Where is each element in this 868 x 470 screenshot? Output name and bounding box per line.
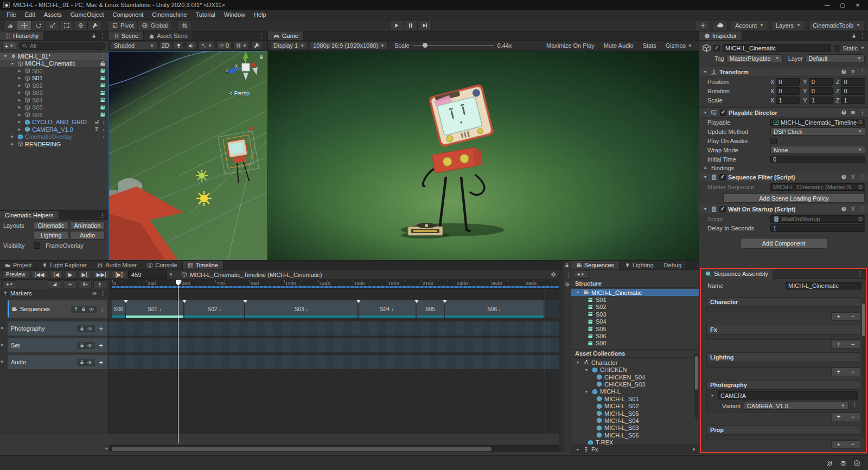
tab-hierarchy[interactable]: Hierarchy [0, 31, 44, 40]
static-checkbox[interactable] [834, 45, 840, 51]
game-stats-button[interactable]: Stats [638, 42, 661, 50]
hierarchy-item-S00[interactable]: ▶S00 [0, 67, 108, 75]
scene-effects-dropdown[interactable]: ▼ [199, 42, 214, 50]
component-enabled-checkbox[interactable] [719, 206, 726, 213]
next-frame-button[interactable]: ▶| [78, 271, 91, 279]
transform-tool-button[interactable] [74, 21, 88, 30]
scale-tool-button[interactable] [46, 21, 60, 30]
tab-project[interactable]: Project [0, 261, 37, 269]
create-object-button[interactable]: +▼ [2, 42, 16, 50]
foldout-open-icon[interactable]: ▼ [575, 360, 581, 364]
foldout-open-icon[interactable]: ▼ [9, 62, 16, 66]
shot-badge-icon[interactable] [100, 82, 106, 88]
component-menu-icon[interactable]: ⋮ [859, 109, 865, 116]
add-subtrack-button[interactable]: + [98, 325, 104, 333]
director-badge-icon[interactable] [100, 61, 106, 67]
assembly-item-camera[interactable]: CAMERA [718, 391, 858, 400]
clip-S05[interactable]: S05 [417, 300, 445, 318]
collab-layers-icon[interactable] [840, 460, 847, 467]
timeline-track-content[interactable]: S00S01 ↓S02 ↓S03 ↓S04 ↓S05S06 ↓ [108, 289, 559, 434]
presets-icon[interactable] [850, 110, 856, 115]
scene-lighting-toggle[interactable] [174, 42, 184, 50]
active-checkbox[interactable] [713, 45, 720, 51]
clip-ripple-mode-button[interactable] [78, 280, 92, 288]
lock-icon[interactable] [564, 262, 570, 268]
panel-menu-icon[interactable]: ⋮ [859, 33, 865, 40]
position-y-field[interactable]: 0 [809, 78, 833, 86]
menu-component[interactable]: Component [108, 11, 148, 18]
collection-item-CHICKEN_S03[interactable]: CHICKEN_S03 [571, 381, 699, 388]
structure-item-MICH-L_Cinematic[interactable]: ▼MICH-L_Cinematic [571, 289, 699, 296]
foldout-closed-icon[interactable]: ▶ [16, 127, 23, 132]
hierarchy-item-CYCLO_AND_GRID[interactable]: ▶CYCLO_AND_GRID› [0, 119, 108, 126]
shot-badge-icon[interactable] [100, 112, 106, 118]
track-foldout-icon[interactable]: ▶ [1, 326, 4, 330]
foldout-open-icon[interactable]: ▼ [702, 111, 709, 114]
clip-S06[interactable]: S06 ↓ [445, 300, 544, 318]
add-component-button[interactable]: Add Component [741, 238, 827, 249]
position-x-field[interactable]: 0 [776, 78, 800, 86]
structure-item-S05[interactable]: S05 [571, 325, 699, 332]
update-method-dropdown[interactable]: DSP Clock▼ [770, 127, 865, 136]
foldout-open-icon[interactable]: ▼ [2, 54, 9, 58]
2d-toggle[interactable]: 2D [159, 42, 171, 50]
foldout-open-icon[interactable]: ▼ [583, 368, 590, 372]
collection-item-MICH-L_S01[interactable]: MICH-L_S01 [571, 395, 699, 402]
menu-file[interactable]: File [2, 11, 21, 18]
sequences-track-lane[interactable]: S00S01 ↓S02 ↓S03 ↓S04 ↓S05S06 ↓ [108, 300, 559, 318]
presets-icon[interactable] [850, 174, 856, 180]
panel-menu-icon[interactable]: ⋮ [99, 33, 105, 40]
remove-item-button[interactable]: − [846, 368, 860, 376]
foldout-closed-icon[interactable]: ▶ [9, 142, 16, 146]
menu-edit[interactable]: Edit [21, 11, 40, 18]
sequence-filter-header[interactable]: ▼ Sequence Filter (Script) ⋮ [699, 172, 868, 182]
clip-S02[interactable]: S02 ↓ [184, 300, 245, 318]
foldout-open-icon[interactable]: ▼ [702, 207, 709, 211]
scale-y-field[interactable]: 1 [809, 96, 833, 104]
foldout-closed-icon[interactable]: ▶ [16, 98, 23, 102]
eye-icon[interactable] [88, 306, 94, 312]
tab-sequence-assembly[interactable]: Sequence Assembly [701, 269, 773, 279]
timeline-horizontal-scrollbar[interactable]: ◄ ► [108, 445, 559, 452]
sequence-marker[interactable] [243, 300, 247, 303]
tab-sequences[interactable]: Sequences [571, 261, 620, 269]
collection-item-MICH-L[interactable]: ▼MICH-L [571, 388, 699, 395]
layers-dropdown[interactable]: Layers▼ [771, 21, 805, 30]
add-item-button[interactable]: + [832, 368, 846, 376]
item-menu-icon[interactable]: ⋮ [100, 53, 106, 60]
playable-object-field[interactable]: MICH-L_Cinematic_Timeline⊙ [770, 119, 865, 126]
hierarchy-item-S04[interactable]: ▶S04 [0, 96, 108, 104]
add-subtrack-button[interactable]: + [98, 342, 104, 350]
component-menu-icon[interactable]: ⋮ [859, 68, 865, 75]
shot-badge-icon[interactable] [100, 97, 106, 103]
foldout-open-icon[interactable]: ▼ [702, 175, 709, 179]
foldout-closed-icon[interactable]: ▶ [16, 69, 23, 73]
clip-edit-mode-button[interactable] [63, 280, 76, 288]
hierarchy-item-MICH-L_01[interactable]: ▼MICH-L_01*⋮ [0, 53, 108, 60]
game-gizmos-button[interactable]: Gizmos▼ [661, 42, 697, 50]
help-icon[interactable] [841, 110, 847, 115]
remove-item-button[interactable]: − [846, 340, 860, 348]
collection-item-MICH-L_S06[interactable]: MICH-L_S06 [571, 432, 699, 439]
lock-icon[interactable] [851, 33, 857, 38]
track-menu-icon[interactable]: ⋮ [99, 306, 105, 313]
sequences-scrollbar-thumb[interactable] [695, 356, 698, 390]
sequence-marker[interactable] [443, 300, 447, 303]
markers-track-lane[interactable] [108, 289, 559, 298]
minimize-button[interactable]: — [820, 2, 834, 8]
caret-down-icon[interactable]: ▼ [692, 447, 696, 452]
scrollbar-thumb[interactable] [112, 447, 492, 451]
sequence-marker[interactable] [356, 300, 361, 303]
rotation-z-field[interactable]: 0 [841, 87, 865, 95]
shot-badge-icon[interactable] [100, 68, 106, 74]
component-enabled-checkbox[interactable] [720, 110, 726, 116]
custom-tool-button[interactable] [88, 21, 102, 30]
add-item-button[interactable]: + [832, 441, 846, 448]
chevron-right-icon[interactable]: › [101, 119, 106, 125]
display-dropdown[interactable]: Display 1▼ [270, 42, 308, 50]
gameobject-name-field[interactable]: MICH-L_Cinematic [723, 44, 831, 52]
assembly-character-header[interactable]: Character [706, 297, 860, 306]
preview-toggle[interactable]: Preview [2, 271, 29, 279]
play-on-awake-checkbox[interactable] [770, 138, 777, 144]
scene-tools-button[interactable] [251, 42, 262, 50]
